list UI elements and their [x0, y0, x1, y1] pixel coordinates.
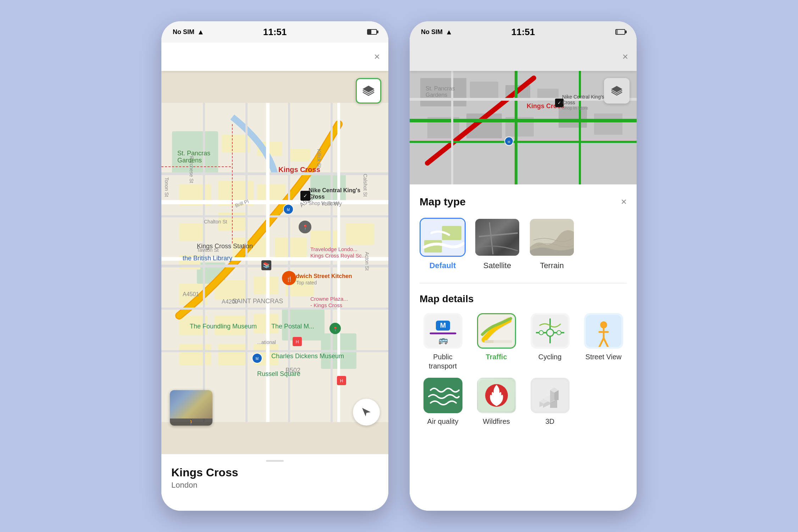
- airquality-label: Air quality: [427, 417, 459, 426]
- wildfires-label: Wildfires: [483, 417, 510, 426]
- svg-text:📍: 📍: [302, 225, 309, 231]
- svg-rect-13: [179, 223, 204, 241]
- svg-text:H: H: [296, 339, 299, 344]
- svg-text:the British Library: the British Library: [183, 255, 232, 262]
- svg-text:Top rated: Top rated: [296, 280, 317, 286]
- svg-text:St. Pancras: St. Pancras: [177, 150, 210, 157]
- svg-point-141: [557, 331, 561, 335]
- cycling-icon-svg: [532, 315, 568, 347]
- svg-rect-126: [475, 219, 520, 257]
- svg-text:Gardens: Gardens: [177, 157, 202, 164]
- svg-text:Kings Cross: Kings Cross: [278, 166, 320, 173]
- map-type-title: Map type: [420, 196, 466, 208]
- transport-label: Public transport: [420, 352, 466, 371]
- map-svg-right: St. Pancras Gardens Kings Cross Kings Cr…: [410, 71, 637, 184]
- svg-text:Chalton St: Chalton St: [204, 219, 227, 225]
- terrain-map-icon-svg: [530, 219, 575, 257]
- streetview-image: [170, 390, 212, 419]
- streetview-thumbnail-left[interactable]: 🚶: [170, 390, 212, 426]
- location-button-left[interactable]: [353, 399, 380, 426]
- svg-text:🚌: 🚌: [438, 335, 448, 345]
- svg-text:Cross: Cross: [309, 194, 325, 200]
- carrier-label-right: No SIM: [421, 28, 443, 36]
- airquality-icon-svg: [425, 379, 461, 411]
- detail-public-transport[interactable]: M 🚌 Public transport: [420, 313, 466, 371]
- map-type-default-label: Default: [430, 261, 456, 270]
- svg-text:Shop In Store: Shop In Store: [562, 106, 588, 111]
- wildfires-icon: [477, 378, 516, 413]
- svg-rect-26: [179, 344, 211, 365]
- cycling-icon: [531, 313, 570, 349]
- svg-text:M: M: [440, 321, 446, 329]
- map-type-satellite[interactable]: Satellite: [474, 218, 520, 270]
- map-type-terrain-label: Terrain: [540, 261, 564, 270]
- svg-text:Killick St: Killick St: [316, 149, 322, 168]
- status-bar-left: No SIM ▲ 11:51: [161, 21, 388, 43]
- search-input-left[interactable]: Kings Cross: [170, 51, 368, 63]
- status-bar-right: No SIM ▲ 11:51: [410, 21, 637, 43]
- detail-airquality[interactable]: Air quality: [420, 378, 466, 426]
- detail-traffic[interactable]: Traffic: [473, 313, 520, 371]
- transport-icon: M 🚌: [423, 313, 462, 349]
- map-type-satellite-label: Satellite: [483, 261, 511, 270]
- svg-text:Nike Central King's: Nike Central King's: [562, 94, 604, 100]
- search-input-right[interactable]: Kings Cross: [418, 51, 617, 63]
- detail-3d[interactable]: 3D: [527, 378, 573, 426]
- svg-text:Calshot St: Calshot St: [362, 174, 368, 197]
- detail-wildfires[interactable]: Wildfires: [473, 378, 520, 426]
- wildfires-icon-svg: [479, 379, 514, 411]
- map-type-default[interactable]: Default: [420, 218, 466, 270]
- place-name-left: Kings Cross: [171, 466, 378, 479]
- svg-rect-17: [310, 231, 339, 248]
- svg-rect-27: [218, 344, 246, 365]
- svg-text:Cross: Cross: [562, 100, 575, 105]
- svg-text:Gardens: Gardens: [426, 92, 447, 98]
- svg-text:- Kings Cross: - Kings Cross: [310, 302, 342, 308]
- location-arrow-icon: [361, 406, 372, 418]
- svg-text:Tonon St: Tonon St: [164, 177, 170, 197]
- svg-text:The Postal M...: The Postal M...: [271, 323, 314, 330]
- svg-text:...ational: ...ational: [257, 339, 276, 345]
- svg-text:SAINT PANCRAS: SAINT PANCRAS: [232, 298, 283, 305]
- map-type-terrain-icon: [529, 218, 575, 257]
- map-details-title: Map details: [420, 293, 627, 305]
- detail-cycling[interactable]: Cycling: [527, 313, 573, 371]
- svg-text:🍴: 🍴: [286, 276, 293, 282]
- place-subtitle-left: London: [171, 481, 378, 490]
- svg-text:Charles Dickens Museum: Charles Dickens Museum: [271, 353, 344, 360]
- close-search-button-right[interactable]: ×: [622, 51, 628, 62]
- right-phone: No SIM ▲ 11:51 Kings Cross ×: [410, 21, 637, 511]
- left-status-left: No SIM ▲: [173, 28, 204, 36]
- streetview-icon-svg: [586, 315, 621, 347]
- svg-text:M: M: [508, 140, 510, 144]
- search-bar-left: Kings Cross ×: [161, 43, 388, 71]
- layers-icon-left: [362, 84, 375, 97]
- map-area-right: St. Pancras Gardens Kings Cross Kings Cr…: [410, 71, 637, 184]
- left-status-right: [367, 29, 377, 35]
- battery-fill-left: [368, 30, 371, 34]
- close-search-button-left[interactable]: ×: [374, 51, 380, 62]
- airquality-icon: [423, 378, 462, 413]
- right-status-right: [615, 29, 625, 35]
- detail-streetview[interactable]: Street View: [580, 313, 627, 371]
- svg-text:Kings Cross Royal Sc...: Kings Cross Royal Sc...: [310, 253, 366, 259]
- wifi-icon: ▲: [197, 28, 204, 36]
- svg-text:B502: B502: [286, 367, 300, 374]
- 3d-label: 3D: [545, 417, 555, 426]
- svg-text:M: M: [256, 357, 259, 361]
- map-type-close-button[interactable]: ×: [621, 196, 627, 207]
- map-type-terrain[interactable]: Terrain: [529, 218, 575, 270]
- map-type-row: Default: [420, 218, 627, 270]
- map-area-left: A5203 A4200 A4501 York Wy Calshot St Pur…: [161, 71, 388, 454]
- layer-button-left[interactable]: [356, 78, 381, 104]
- svg-text:✓: ✓: [558, 100, 561, 105]
- layers-icon-right: [611, 85, 623, 97]
- drag-handle: [266, 460, 284, 462]
- streetview-label: 🚶: [170, 419, 212, 426]
- layer-button-right[interactable]: [604, 78, 630, 104]
- svg-text:A4501: A4501: [183, 291, 199, 297]
- streetview-person-icon: 🚶: [188, 419, 194, 425]
- transport-icon-svg: M 🚌: [425, 315, 461, 347]
- default-map-icon-svg: [421, 219, 466, 257]
- cycling-label: Cycling: [538, 352, 562, 361]
